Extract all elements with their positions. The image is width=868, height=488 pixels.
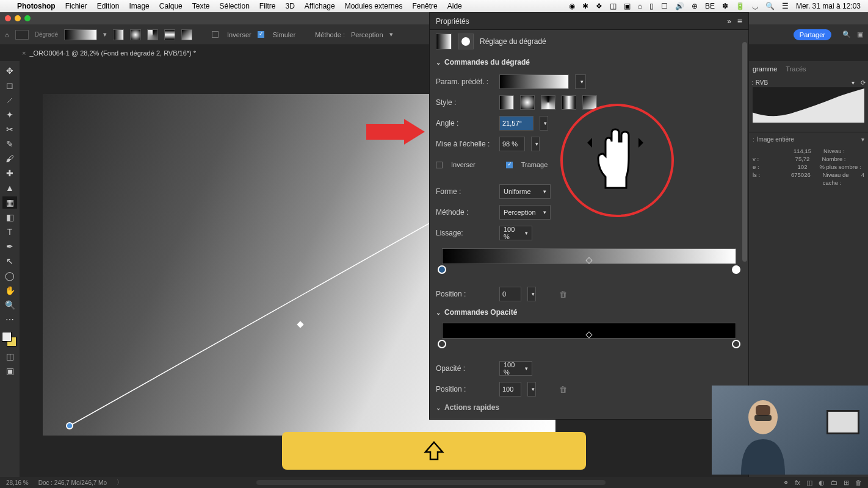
fg-color-swatch[interactable] bbox=[2, 332, 12, 342]
dropdown-caret-icon[interactable]: ▾ bbox=[389, 30, 393, 38]
document-tab[interactable]: × _ORO0064-1 @ 28,2% (Fond en dégradé 2,… bbox=[22, 49, 196, 57]
zoom-tool[interactable]: 🔍 bbox=[2, 299, 17, 311]
trash-icon[interactable]: 🗑 bbox=[855, 479, 862, 487]
collapse-icon[interactable]: » bbox=[727, 17, 731, 26]
battery-icon[interactable]: 🔋 bbox=[736, 2, 745, 10]
clock[interactable]: Mer. 31 mai à 12:03 bbox=[796, 2, 861, 10]
menu-filtre[interactable]: Filtre bbox=[259, 2, 276, 10]
link-icon[interactable]: ⚭ bbox=[783, 479, 789, 487]
lissage-dropdown[interactable]: 100 %▾ bbox=[499, 226, 532, 240]
menu-3d[interactable]: 3D bbox=[286, 2, 295, 10]
screenmode-tool[interactable]: ▣ bbox=[2, 365, 17, 377]
pen-tool[interactable]: ✒ bbox=[2, 240, 17, 253]
status-icon[interactable]: ✱ bbox=[582, 2, 588, 10]
opacity-stop-start[interactable] bbox=[438, 340, 446, 348]
gradient-color-editor[interactable] bbox=[436, 248, 742, 276]
share-button[interactable]: Partager bbox=[794, 29, 831, 40]
gradient-start-handle[interactable] bbox=[66, 422, 73, 429]
type-tool[interactable]: T bbox=[2, 226, 17, 238]
maximize-window-button[interactable] bbox=[24, 15, 31, 21]
minimize-window-button[interactable] bbox=[15, 15, 21, 21]
tool-preset[interactable] bbox=[15, 30, 29, 40]
adjustment-icon[interactable]: ◐ bbox=[819, 479, 825, 487]
dropdown-caret-icon[interactable]: ▾ bbox=[103, 30, 107, 38]
search-icon[interactable]: 🔍 bbox=[765, 2, 775, 10]
inverser-checkbox[interactable] bbox=[436, 162, 443, 168]
simuler-checkbox[interactable] bbox=[258, 31, 264, 38]
wifi-icon[interactable]: ◡ bbox=[752, 2, 758, 10]
status-icon[interactable]: ◉ bbox=[569, 2, 575, 10]
menu-calque[interactable]: Calque bbox=[159, 2, 183, 10]
menu-modules[interactable]: Modules externes bbox=[345, 2, 403, 10]
eyedropper-tool[interactable]: ✎ bbox=[2, 138, 17, 150]
healing-tool[interactable]: ✚ bbox=[2, 167, 17, 179]
scale-dropdown[interactable]: ▾ bbox=[531, 137, 540, 151]
dropdown-caret-icon[interactable]: ▾ bbox=[861, 136, 864, 143]
hand-tool[interactable]: ✋ bbox=[2, 284, 17, 296]
keyboard-icon[interactable]: BE bbox=[705, 2, 715, 10]
menu-edition[interactable]: Edition bbox=[97, 2, 120, 10]
section-gradient-controls[interactable]: ⌄ Commandes du dégradé bbox=[436, 58, 742, 66]
style-reflected-button[interactable] bbox=[562, 95, 576, 110]
bluetooth-icon[interactable]: ✽ bbox=[722, 2, 728, 10]
forme-dropdown[interactable]: Uniforme▾ bbox=[499, 184, 551, 199]
angle-dropdown[interactable]: ▾ bbox=[540, 116, 548, 131]
angle-gradient-button[interactable] bbox=[147, 29, 158, 40]
style-diamond-button[interactable] bbox=[582, 95, 597, 110]
panel-scrollbar[interactable] bbox=[742, 37, 747, 379]
dropdown-caret-icon[interactable]: ▾ bbox=[852, 79, 855, 86]
methode-value[interactable]: Perception bbox=[351, 31, 383, 38]
gradient-preview[interactable] bbox=[64, 29, 97, 40]
linear-gradient-button[interactable] bbox=[113, 29, 124, 40]
position2-input[interactable] bbox=[499, 382, 521, 396]
status-icon[interactable]: ⊕ bbox=[692, 2, 698, 10]
stamp-tool[interactable]: ▲ bbox=[2, 182, 17, 194]
status-icon[interactable]: ▯ bbox=[649, 2, 654, 10]
section-quick-actions[interactable]: ⌄ Actions rapides bbox=[436, 403, 742, 412]
search-icon[interactable]: 🔍 bbox=[842, 30, 851, 38]
panel-menu-icon[interactable]: ≡ bbox=[737, 16, 742, 26]
horizontal-scrollbar[interactable] bbox=[256, 480, 606, 485]
style-radial-button[interactable] bbox=[520, 95, 535, 110]
color-stop-end[interactable] bbox=[732, 265, 740, 274]
doc-size[interactable]: Doc : 246,7 Mo/246,7 Mo bbox=[38, 479, 107, 486]
status-icon[interactable]: 🔊 bbox=[675, 2, 684, 10]
position2-dropdown[interactable]: ▾ bbox=[527, 382, 536, 396]
preset-gradient-preview[interactable] bbox=[499, 74, 569, 89]
angle-input[interactable] bbox=[499, 116, 533, 131]
group-icon[interactable]: 🗀 bbox=[831, 479, 837, 487]
tramage-checkbox[interactable] bbox=[506, 162, 513, 168]
opacity-stop-end[interactable] bbox=[732, 340, 740, 348]
gradient-tool[interactable]: ▦ bbox=[2, 196, 17, 209]
mask-icon[interactable]: ◫ bbox=[806, 479, 812, 487]
status-icon[interactable]: ❖ bbox=[596, 2, 602, 10]
brush-tool[interactable]: 🖌 bbox=[2, 152, 17, 165]
position-dropdown[interactable]: ▾ bbox=[527, 287, 536, 301]
move-tool[interactable]: ✥ bbox=[2, 65, 17, 77]
delete-stop-icon[interactable]: 🗑 bbox=[559, 385, 567, 394]
preset-dropdown[interactable]: ▾ bbox=[575, 74, 586, 89]
status-icon[interactable]: ☐ bbox=[661, 2, 668, 10]
shape-tool[interactable]: ◯ bbox=[2, 270, 17, 282]
wand-tool[interactable]: ✦ bbox=[2, 109, 17, 121]
control-icon[interactable]: ☰ bbox=[782, 2, 789, 10]
workspace-icon[interactable]: ▣ bbox=[857, 30, 863, 38]
radial-gradient-button[interactable] bbox=[130, 29, 141, 40]
opacite-dropdown[interactable]: 100 %▾ bbox=[499, 361, 532, 376]
status-icon[interactable]: ⌂ bbox=[638, 2, 642, 10]
traces-tab[interactable]: Tracés bbox=[786, 65, 806, 73]
inverser-checkbox[interactable] bbox=[212, 31, 219, 38]
reflected-gradient-button[interactable] bbox=[164, 29, 175, 40]
section-opacity-controls[interactable]: ⌄ Commandes Opacité bbox=[436, 308, 742, 317]
status-icon[interactable]: ▣ bbox=[624, 2, 631, 10]
path-tool[interactable]: ↖ bbox=[2, 255, 17, 267]
close-window-button[interactable] bbox=[5, 15, 11, 21]
home-icon[interactable]: ⌂ bbox=[5, 31, 9, 38]
status-icon[interactable]: ◫ bbox=[610, 2, 617, 10]
mask-icon[interactable] bbox=[458, 34, 474, 49]
marquee-tool[interactable]: ◻ bbox=[2, 79, 17, 92]
channel-select[interactable]: RVB bbox=[756, 79, 768, 86]
menu-fenetre[interactable]: Fenêtre bbox=[412, 2, 437, 10]
more-tool[interactable]: ⋯ bbox=[2, 314, 17, 326]
menu-image[interactable]: Image bbox=[129, 2, 149, 10]
